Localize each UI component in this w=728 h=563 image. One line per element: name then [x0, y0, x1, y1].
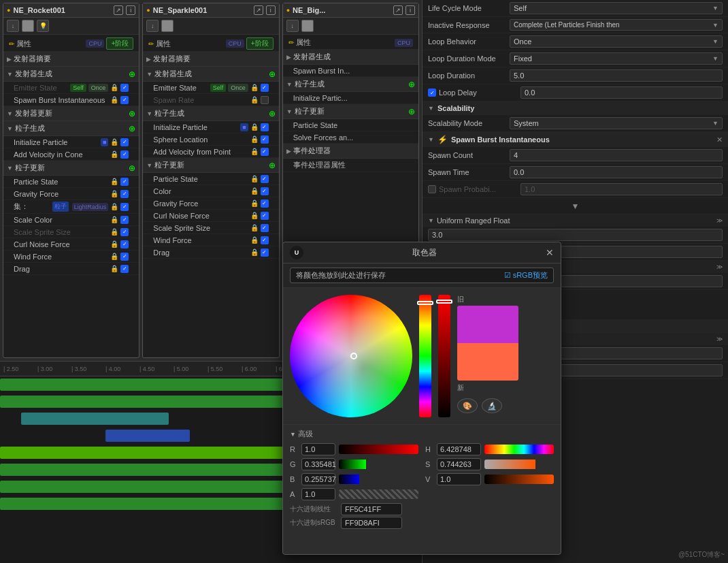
- panel-link-icon-rocket[interactable]: ↗: [114, 5, 123, 15]
- check-drag-sparkle[interactable]: ✓: [261, 248, 269, 257]
- advanced-label[interactable]: ▼ 高级: [290, 429, 554, 439]
- check-wind-rocket[interactable]: ✓: [120, 253, 129, 261]
- plus-btn-update-rocket[interactable]: ⊕: [129, 109, 135, 118]
- check-particle-state-sparkle[interactable]: ✓: [261, 175, 269, 183]
- plus-btn-spawn-sparkle[interactable]: ⊕: [269, 69, 276, 79]
- check-drag-rocket[interactable]: ✓: [120, 265, 129, 273]
- check-emitter-state-rocket[interactable]: ✓: [120, 84, 129, 92]
- color-wheel[interactable]: [290, 295, 412, 417]
- loop-behavior-dropdown[interactable]: Once ▼: [510, 35, 723, 48]
- check-init-rocket[interactable]: ✓: [120, 138, 129, 146]
- track-bar-blue-4[interactable]: [105, 430, 190, 442]
- check-scale-sprite-rocket[interactable]: ✓: [120, 228, 129, 236]
- loop-duration-value[interactable]: 5.0: [510, 69, 723, 82]
- plus-btn-particle-spawn-sparkle[interactable]: ⊕: [269, 109, 276, 118]
- particle-spawn-header-sparkle[interactable]: ▼ 粒子生成 ⊕: [143, 106, 278, 121]
- check-gravity-rocket[interactable]: ✓: [120, 190, 129, 198]
- particle-update-header-sparkle[interactable]: ▼ 粒子更新 ⊕: [143, 158, 278, 173]
- toolbar-down-btn-rocket[interactable]: ↓: [7, 20, 19, 32]
- check-particle-state-rocket[interactable]: ✓: [120, 178, 129, 186]
- emitter-spawn-header-sparkle[interactable]: ▼ 发射器生成 ⊕: [143, 67, 278, 82]
- uniform-val1[interactable]: 3.0: [428, 229, 723, 241]
- check-curl-sparkle[interactable]: ✓: [261, 212, 269, 220]
- color-picker-dot[interactable]: [350, 353, 357, 359]
- hsv-v-value[interactable]: 1.0: [437, 473, 481, 485]
- toolbar-bulb-btn-rocket[interactable]: 💡: [37, 20, 49, 32]
- spawn-burst-inst-close[interactable]: ✕: [716, 135, 723, 144]
- panel-info-icon-sparkle[interactable]: i: [266, 5, 276, 15]
- scalability-mode-dropdown[interactable]: System ▼: [510, 117, 723, 129]
- plus-btn-particle-update-sparkle[interactable]: ⊕: [269, 161, 276, 170]
- check-emitter-state-sparkle[interactable]: ✓: [261, 84, 269, 92]
- spawn-prob-checkbox[interactable]: [428, 185, 436, 193]
- loop-delay-checkbox[interactable]: ✓: [428, 89, 436, 97]
- panel-info-icon-rocket[interactable]: i: [126, 5, 135, 15]
- plus-stage-btn-rocket[interactable]: +阶段: [106, 37, 133, 50]
- plus-btn-spawn-rocket[interactable]: ⊕: [129, 69, 135, 79]
- panel-link-icon-big[interactable]: ↗: [393, 5, 403, 15]
- spawn-time-value[interactable]: 0.0: [510, 166, 723, 178]
- check-add-vel-rocket[interactable]: ✓: [120, 150, 129, 159]
- hsv-s-value[interactable]: 0.744263: [437, 458, 481, 470]
- expand-row[interactable]: ▼: [423, 198, 728, 214]
- color-mode-btn[interactable]: 🎨: [457, 398, 478, 413]
- hue-strip[interactable]: [419, 295, 431, 417]
- spawn-burst-inst-header[interactable]: ▼ ⚡ Spawn Burst Instantaneous ✕: [423, 132, 728, 147]
- check-sphere-sparkle[interactable]: ✓: [261, 135, 269, 144]
- toolbar-down-btn-sparkle[interactable]: ↓: [146, 20, 159, 32]
- track-bar-green-8[interactable]: [0, 498, 287, 510]
- channel-a-value[interactable]: 1.0: [301, 488, 335, 500]
- plus-btn-ps-big[interactable]: ⊕: [408, 80, 415, 89]
- toolbar-white-btn-big[interactable]: [301, 20, 314, 32]
- hsv-h-value[interactable]: 6.428748: [437, 443, 481, 455]
- check-scale-sprite-sparkle[interactable]: ✓: [261, 224, 269, 232]
- loop-duration-mode-dropdown[interactable]: Fixed ▼: [510, 52, 723, 65]
- check-curl-noise-rocket[interactable]: ✓: [120, 240, 129, 248]
- panel-link-icon-sparkle[interactable]: ↗: [254, 5, 263, 15]
- track-bar-green-7[interactable]: [0, 481, 287, 493]
- particle-update-header-rocket[interactable]: ▼ 粒子更新 ⊕: [3, 161, 139, 176]
- emitter-update-header-rocket[interactable]: ▼ 发射器更新 ⊕: [3, 106, 139, 121]
- track-bar-teal-3[interactable]: [21, 413, 169, 425]
- life-cycle-dropdown[interactable]: Self ▼: [510, 2, 723, 14]
- scalability-header[interactable]: ▼ Scalability: [423, 101, 728, 115]
- emitter-summary-sparkle[interactable]: ▶ 发射器摘要: [143, 52, 278, 67]
- check-init-sparkle[interactable]: ✓: [261, 123, 269, 131]
- picker-save-input[interactable]: 将颜色拖放到此处进行保存 ☑ sRGB预览: [290, 268, 554, 283]
- hex-srgb-value[interactable]: FF9D8AFI: [341, 517, 402, 529]
- emitter-spawn-header-big[interactable]: ▶ 发射器生成: [283, 50, 418, 65]
- dialog-close-btn[interactable]: ✕: [546, 247, 554, 258]
- check-spawn-burst-rocket[interactable]: ✓: [120, 96, 129, 104]
- emitter-spawn-header-rocket[interactable]: ▼ 发射器生成 ⊕: [3, 67, 139, 82]
- channel-g-value[interactable]: 0.335481: [301, 458, 335, 470]
- check-add-vel-sparkle[interactable]: ✓: [261, 148, 269, 156]
- eyedropper-btn[interactable]: 🔬: [482, 398, 502, 413]
- track-bar-green-6[interactable]: [0, 464, 287, 476]
- plus-btn-pu-big[interactable]: ⊕: [408, 107, 415, 116]
- event-handler-header-big[interactable]: ▶ 事件处理器: [283, 144, 418, 159]
- inactive-response-dropdown[interactable]: Complete (Let Particles Finish then ▼: [510, 19, 723, 31]
- check-gravity-sparkle[interactable]: ✓: [261, 199, 269, 208]
- track-bar-green-2[interactable]: [0, 396, 295, 408]
- channel-r-value[interactable]: 1.0: [301, 443, 335, 455]
- check-collection-rocket[interactable]: ✓: [120, 203, 129, 211]
- emitter-summary-rocket[interactable]: ▶ 发射器摘要: [3, 52, 139, 67]
- toolbar-white-btn-sparkle[interactable]: [161, 20, 173, 32]
- toolbar-down-btn-big[interactable]: ↓: [286, 20, 299, 32]
- check-color-sparkle[interactable]: ✓: [261, 187, 269, 195]
- toolbar-white-btn-rocket[interactable]: [22, 20, 34, 32]
- uniform-ranged-float-header-1[interactable]: ▼ Uniform Ranged Float ≫: [423, 214, 728, 227]
- particle-update-header-big[interactable]: ▼ 粒子更新 ⊕: [283, 104, 418, 119]
- check-wind-sparkle[interactable]: ✓: [261, 236, 269, 244]
- check-spawn-rate-sparkle[interactable]: [261, 96, 269, 104]
- plus-btn-particle-update-rocket[interactable]: ⊕: [129, 163, 135, 173]
- particle-spawn-header-big[interactable]: ▼ 粒子生成 ⊕: [283, 77, 418, 92]
- loop-delay-value[interactable]: 0.0: [520, 86, 723, 99]
- plus-btn-particle-spawn-rocket[interactable]: ⊕: [129, 124, 135, 133]
- panel-info-icon-big[interactable]: i: [406, 5, 415, 15]
- spawn-count-value[interactable]: 4: [510, 149, 723, 161]
- plus-stage-btn-sparkle[interactable]: +阶段: [246, 37, 274, 50]
- check-scale-color-rocket[interactable]: ✓: [120, 216, 129, 224]
- value-strip[interactable]: [438, 295, 450, 417]
- track-bar-green-1[interactable]: [0, 379, 295, 391]
